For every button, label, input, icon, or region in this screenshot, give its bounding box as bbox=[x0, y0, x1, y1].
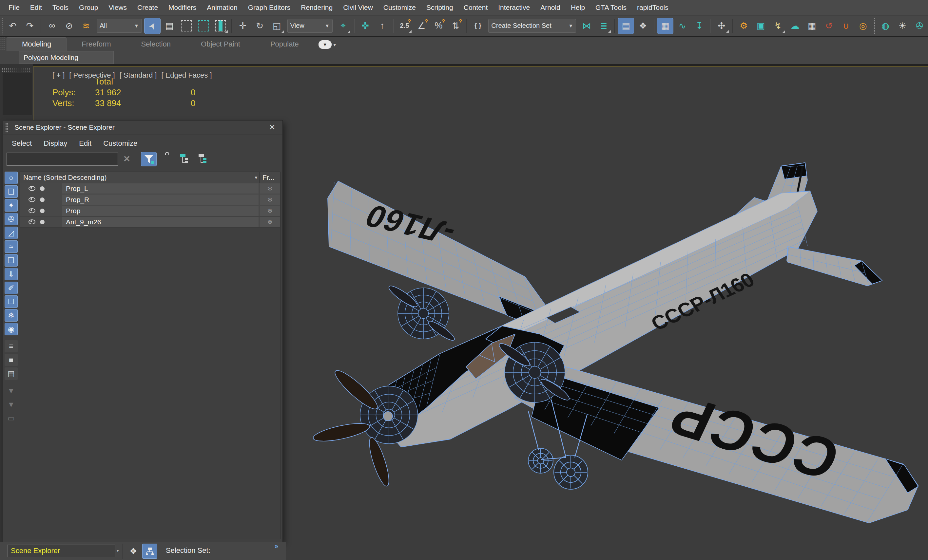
menu-animation[interactable]: Animation bbox=[201, 4, 243, 11]
tab-populate[interactable]: Populate bbox=[255, 38, 314, 51]
filter-icon[interactable]: ▼ bbox=[5, 398, 18, 411]
display-cameras-icon[interactable]: ✇ bbox=[5, 213, 18, 225]
unlink-selection-icon[interactable]: ⊘ bbox=[61, 18, 77, 34]
object-name[interactable]: Prop bbox=[66, 207, 80, 215]
create-light-icon[interactable]: ◍ bbox=[877, 18, 894, 34]
render-dot-icon[interactable] bbox=[40, 208, 44, 213]
object-name[interactable]: Prop_R bbox=[66, 196, 89, 204]
table-row[interactable]: ❄Prop_L bbox=[20, 183, 280, 194]
toggle-scene-explorer-icon[interactable]: ▤ bbox=[618, 18, 634, 34]
object-name[interactable]: Ant_9_m26 bbox=[66, 218, 101, 226]
combo-caret-icon[interactable]: ▾ bbox=[117, 548, 119, 553]
menu-create[interactable]: Create bbox=[132, 4, 163, 11]
menu-edit[interactable]: Edit bbox=[25, 4, 47, 11]
plugin-blender-icon[interactable]: ◎ bbox=[855, 18, 871, 34]
scene-explorer-titlebar[interactable]: Scene Explorer - Scene Explorer ✕ bbox=[3, 120, 282, 135]
explorer-menu-customize[interactable]: Customize bbox=[97, 139, 143, 148]
table-row[interactable]: ❄Prop bbox=[20, 205, 280, 216]
tab-selection[interactable]: Selection bbox=[126, 38, 186, 51]
render-in-cloud-icon[interactable]: ☁ bbox=[787, 18, 803, 34]
selection-filter-combo[interactable]: All▼ bbox=[97, 19, 142, 33]
window-selection-icon[interactable] bbox=[212, 18, 229, 34]
table-row[interactable]: ❄Prop_R bbox=[20, 194, 280, 205]
menu-modifiers[interactable]: Modifiers bbox=[163, 4, 201, 11]
render-dot-icon[interactable] bbox=[40, 186, 44, 191]
menu-tools[interactable]: Tools bbox=[47, 4, 74, 11]
visibility-eye-icon[interactable] bbox=[29, 208, 35, 213]
combo-caret-icon[interactable]: ▼ bbox=[568, 23, 573, 29]
row-frozen-cell[interactable]: ❄ bbox=[260, 217, 280, 227]
display-bones-icon[interactable]: ✐ bbox=[5, 282, 18, 294]
visibility-eye-icon[interactable] bbox=[29, 197, 35, 202]
display-containers-icon[interactable]: ☐ bbox=[5, 295, 18, 308]
curve-editor-icon[interactable]: ∿ bbox=[674, 18, 690, 34]
visibility-eye-icon[interactable] bbox=[29, 219, 35, 224]
near-stabilizer[interactable] bbox=[787, 247, 882, 286]
menu-customize[interactable]: Customize bbox=[378, 4, 421, 11]
selection-container-icon[interactable]: ▭ bbox=[5, 412, 18, 425]
menu-views[interactable]: Views bbox=[103, 4, 132, 11]
plugin-red-icon[interactable]: ↺ bbox=[821, 18, 837, 34]
explorer-menu-display[interactable]: Display bbox=[38, 139, 73, 148]
scene-explorer-name-combo[interactable]: Scene Explorer bbox=[7, 545, 115, 557]
explorer-menu-edit[interactable]: Edit bbox=[73, 139, 97, 148]
snowflake-icon[interactable]: ❄ bbox=[267, 207, 273, 215]
menu-file[interactable]: File bbox=[3, 4, 25, 11]
display-geometry-icon[interactable]: ○ bbox=[5, 172, 18, 184]
filter-funnel-button[interactable] bbox=[141, 152, 157, 166]
snowflake-icon[interactable]: ❄ bbox=[267, 196, 273, 204]
menu-rapidtools[interactable]: rapidTools bbox=[632, 4, 674, 11]
angle-snap-icon[interactable]: ∠ bbox=[413, 18, 430, 34]
mirror-icon[interactable]: ⋈ bbox=[578, 18, 595, 34]
snaps-toggle-icon[interactable]: 2.5 bbox=[396, 18, 412, 34]
scene-object-list[interactable]: Name (Sorted Descending) ▼ Fr... ❄Prop_L… bbox=[20, 172, 281, 539]
close-icon[interactable]: ✕ bbox=[269, 123, 275, 132]
edit-named-selection-sets-icon[interactable]: { } bbox=[470, 18, 486, 34]
spinner-snap-icon[interactable]: ⇅ bbox=[447, 18, 464, 34]
display-properties-icon[interactable]: ▤ bbox=[5, 367, 18, 380]
render-setup-icon[interactable]: ⚙ bbox=[736, 18, 752, 34]
name-column-header[interactable]: Name (Sorted Descending) bbox=[23, 173, 107, 181]
display-xrefs-icon[interactable]: ⇓ bbox=[5, 268, 18, 280]
sort-caret-icon[interactable]: ▼ bbox=[254, 175, 258, 180]
display-helpers-icon[interactable]: ◿ bbox=[5, 227, 18, 239]
tab-object-paint[interactable]: Object Paint bbox=[186, 38, 255, 51]
visibility-eye-icon[interactable] bbox=[29, 186, 35, 191]
use-pivot-point-center-icon[interactable]: ⌖ bbox=[335, 18, 351, 34]
plugin-orange-icon[interactable]: ∪ bbox=[838, 18, 854, 34]
keyboard-shortcut-override-icon[interactable]: ↑ bbox=[374, 18, 391, 34]
render-dot-icon[interactable] bbox=[40, 198, 44, 202]
select-and-link-icon[interactable]: ∞ bbox=[44, 18, 60, 34]
render-dot-icon[interactable] bbox=[40, 220, 44, 224]
toggle-ribbon-icon[interactable]: ▦ bbox=[657, 18, 673, 34]
snowflake-icon[interactable]: ❄ bbox=[267, 185, 273, 193]
select-and-rotate-icon[interactable]: ↻ bbox=[252, 18, 268, 34]
scene-explorer-toggle-icon[interactable] bbox=[142, 543, 157, 559]
display-frozen-icon[interactable]: ❄ bbox=[5, 309, 18, 322]
row-frozen-cell[interactable]: ❄ bbox=[260, 195, 280, 205]
rectangular-selection-region-icon[interactable] bbox=[178, 18, 195, 34]
toolbar-grip[interactable] bbox=[1, 17, 3, 34]
display-lights-icon[interactable]: ✦ bbox=[5, 199, 18, 212]
select-by-name-icon[interactable]: ▤ bbox=[161, 18, 178, 34]
row-frozen-cell[interactable]: ❄ bbox=[260, 205, 280, 216]
panel-grip[interactable] bbox=[5, 122, 9, 133]
dope-sheet-icon[interactable]: ↧ bbox=[691, 18, 707, 34]
reference-coordinate-system-combo[interactable]: View▼ bbox=[287, 19, 333, 33]
rendered-frame-window-icon[interactable]: ▣ bbox=[753, 18, 769, 34]
select-and-manipulate-icon[interactable]: ✜ bbox=[357, 18, 374, 34]
layer-explorer-icon[interactable]: ❖ bbox=[126, 543, 141, 559]
polygon-modeling-panel-tab[interactable]: Polygon Modeling bbox=[19, 51, 114, 64]
menu-scripting[interactable]: Scripting bbox=[421, 4, 458, 11]
named-selection-set-combo[interactable]: Create Selection Set▼ bbox=[488, 19, 576, 33]
render-gallery-icon[interactable]: ▦ bbox=[804, 18, 820, 34]
ribbon-overflow-caret-icon[interactable]: ▾ bbox=[334, 42, 336, 47]
menu-arnold[interactable]: Arnold bbox=[535, 4, 566, 11]
menu-help[interactable]: Help bbox=[566, 4, 590, 11]
display-hidden-icon[interactable]: ◉ bbox=[5, 323, 18, 335]
hierarchy-view-icon[interactable] bbox=[180, 154, 191, 163]
overflow-chevron-icon[interactable]: » bbox=[275, 542, 278, 550]
create-sun-icon[interactable]: ☀ bbox=[894, 18, 911, 34]
column-divider[interactable] bbox=[259, 172, 259, 183]
display-groups-icon[interactable]: ❑ bbox=[5, 254, 18, 266]
